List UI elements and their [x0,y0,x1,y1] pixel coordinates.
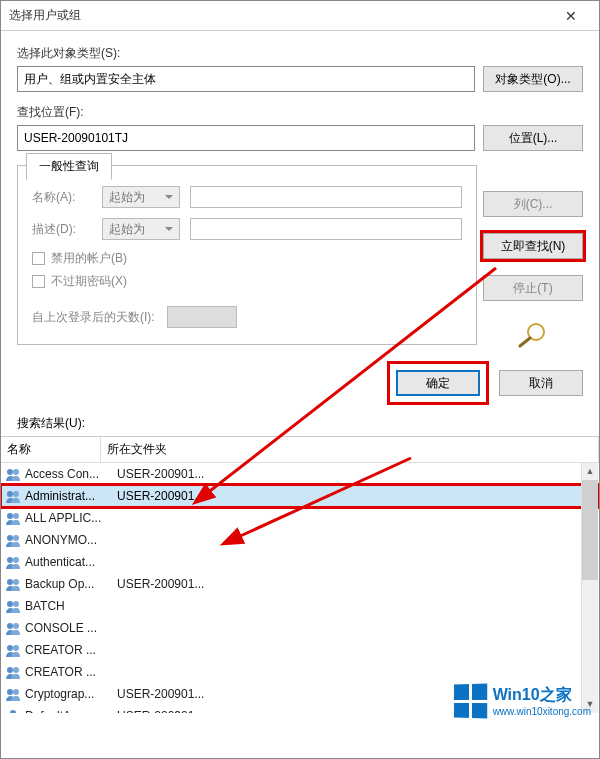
group-icon [5,598,21,614]
results-row[interactable]: Cryptograp...USER-200901... [1,683,599,705]
results-row[interactable]: CREATOR ... [1,661,599,683]
right-button-column: 列(C)... 立即查找(N) 停止(T) [483,191,583,349]
group-icon [5,510,21,526]
group-icon [5,686,21,702]
location-row: USER-20090101TJ 位置(L)... [17,125,583,151]
results-scrollbar[interactable]: ▲ ▼ [581,463,598,713]
svg-point-21 [13,667,19,673]
disabled-accounts-label: 禁用的帐户(B) [51,250,127,267]
results-list[interactable]: Access Con...USER-200901...Administrat..… [1,463,599,713]
group-icon [5,576,21,592]
query-panel: 一般性查询 名称(A): 起始为 描述(D): 起始为 禁用的帐户(B) 不过期… [17,165,477,345]
results-row[interactable]: ANONYMO... [1,529,599,551]
neverexpire-label: 不过期密码(X) [51,273,127,290]
cancel-button[interactable]: 取消 [499,370,583,396]
neverexpire-row: 不过期密码(X) [32,273,462,290]
row-name: ALL APPLIC... [25,511,117,525]
svg-point-6 [7,513,13,519]
location-label: 查找位置(F): [17,104,583,121]
row-name: Authenticat... [25,555,117,569]
location-value: USER-20090101TJ [17,125,475,151]
window-title: 选择用户或组 [9,7,81,24]
desc-row: 描述(D): 起始为 [32,218,462,240]
close-button[interactable]: ✕ [551,8,591,24]
name-input[interactable] [190,186,462,208]
group-icon [5,664,21,680]
svg-point-17 [13,623,19,629]
name-label: 名称(A): [32,189,92,206]
name-row: 名称(A): 起始为 [32,186,462,208]
row-name: DefaultAcc... [25,709,117,713]
svg-point-12 [7,579,13,585]
columns-button[interactable]: 列(C)... [483,191,583,217]
svg-point-5 [13,491,19,497]
days-row: 自上次登录后的天数(I): [32,306,462,328]
days-input[interactable] [167,306,237,328]
svg-point-3 [13,469,19,475]
disabled-accounts-row: 禁用的帐户(B) [32,250,462,267]
svg-point-23 [13,689,19,695]
ok-highlight: 确定 [387,361,489,405]
row-name: ANONYMO... [25,533,117,547]
object-type-row: 用户、组或内置安全主体 对象类型(O)... [17,66,583,92]
find-now-button[interactable]: 立即查找(N) [483,233,583,259]
neverexpire-checkbox[interactable] [32,275,45,288]
days-label: 自上次登录后的天数(I): [32,309,155,326]
svg-point-19 [13,645,19,651]
locations-button[interactable]: 位置(L)... [483,125,583,151]
desc-input[interactable] [190,218,462,240]
row-name: Access Con... [25,467,117,481]
ok-button[interactable]: 确定 [396,370,480,396]
svg-point-10 [7,557,13,563]
disabled-accounts-checkbox[interactable] [32,252,45,265]
desc-mode-combo[interactable]: 起始为 [102,218,180,240]
group-icon [5,620,21,636]
svg-point-2 [7,469,13,475]
row-name: Cryptograp... [25,687,117,701]
desc-label: 描述(D): [32,221,92,238]
svg-point-13 [13,579,19,585]
scroll-down-icon[interactable]: ▼ [582,696,598,713]
object-type-value: 用户、组或内置安全主体 [17,66,475,92]
group-icon [5,488,21,504]
group-icon [5,532,21,548]
results-row[interactable]: DefaultAcc...USER-200901... [1,705,599,713]
results-row[interactable]: ALL APPLIC... [1,507,599,529]
svg-point-9 [13,535,19,541]
results-row[interactable]: Authenticat... [1,551,599,573]
results-row[interactable]: Administrat...USER-200901... [1,485,599,507]
svg-point-16 [7,623,13,629]
col-folder-header[interactable]: 所在文件夹 [101,437,599,462]
group-icon [5,642,21,658]
svg-point-18 [7,645,13,651]
scroll-thumb[interactable] [582,480,598,580]
col-name-header[interactable]: 名称 [1,437,101,462]
svg-point-22 [7,689,13,695]
stop-button[interactable]: 停止(T) [483,275,583,301]
scroll-up-icon[interactable]: ▲ [582,463,598,480]
results-row[interactable]: BATCH [1,595,599,617]
group-icon [5,554,21,570]
tab-common-queries[interactable]: 一般性查询 [26,153,112,180]
results-header: 名称 所在文件夹 [1,436,599,463]
row-name: CREATOR ... [25,643,117,657]
name-mode-combo[interactable]: 起始为 [102,186,180,208]
results-row[interactable]: Backup Op...USER-200901... [1,573,599,595]
row-name: CREATOR ... [25,665,117,679]
svg-point-14 [7,601,13,607]
svg-line-1 [520,338,530,346]
row-folder: USER-200901... [117,709,595,713]
results-row[interactable]: Access Con...USER-200901... [1,463,599,485]
row-folder: USER-200901... [117,467,595,481]
svg-point-20 [7,667,13,673]
object-type-label: 选择此对象类型(S): [17,45,583,62]
group-icon [5,466,21,482]
object-types-button[interactable]: 对象类型(O)... [483,66,583,92]
results-row[interactable]: CONSOLE ... [1,617,599,639]
svg-point-15 [13,601,19,607]
results-wrap: Access Con...USER-200901...Administrat..… [1,463,599,713]
svg-point-8 [7,535,13,541]
row-folder: USER-200901... [117,577,595,591]
results-row[interactable]: CREATOR ... [1,639,599,661]
magnifier-icon [515,321,551,349]
